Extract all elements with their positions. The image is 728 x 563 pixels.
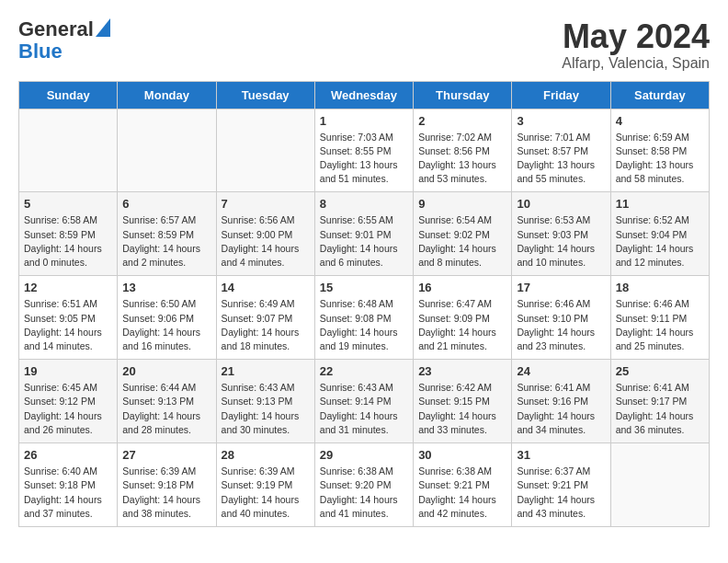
day-info: Sunrise: 6:53 AM Sunset: 9:03 PM Dayligh… [517,213,605,270]
day-info: Sunrise: 6:38 AM Sunset: 9:20 PM Dayligh… [320,465,408,521]
calendar-cell: 23Sunrise: 6:42 AM Sunset: 9:15 PM Dayli… [414,360,512,443]
day-info: Sunrise: 6:47 AM Sunset: 9:09 PM Dayligh… [418,297,506,353]
day-number: 27 [122,448,210,462]
calendar-cell: 8Sunrise: 6:55 AM Sunset: 9:01 PM Daylig… [314,192,413,276]
calendar-cell: 4Sunrise: 6:59 AM Sunset: 8:58 PM Daylig… [610,109,709,192]
day-info: Sunrise: 6:56 AM Sunset: 9:00 PM Dayligh… [222,213,310,270]
day-number: 7 [222,197,310,211]
day-info: Sunrise: 6:41 AM Sunset: 9:16 PM Dayligh… [517,381,605,437]
calendar-cell: 1Sunrise: 7:03 AM Sunset: 8:55 PM Daylig… [314,109,413,192]
logo: General Blue [18,18,110,63]
day-info: Sunrise: 6:54 AM Sunset: 9:02 PM Dayligh… [418,213,506,270]
day-number: 26 [24,448,112,462]
day-info: Sunrise: 6:55 AM Sunset: 9:01 PM Dayligh… [320,213,408,270]
day-number: 6 [122,197,210,211]
day-info: Sunrise: 6:39 AM Sunset: 9:19 PM Dayligh… [222,465,310,521]
day-info: Sunrise: 6:58 AM Sunset: 8:59 PM Dayligh… [24,213,112,270]
calendar-cell [118,109,216,192]
day-info: Sunrise: 6:45 AM Sunset: 9:12 PM Dayligh… [24,381,112,437]
calendar-cell: 31Sunrise: 6:37 AM Sunset: 9:21 PM Dayli… [512,443,610,527]
calendar-cell: 25Sunrise: 6:41 AM Sunset: 9:17 PM Dayli… [610,360,709,443]
logo-text-line1: General [18,18,94,40]
day-number: 16 [418,281,506,294]
calendar-cell: 26Sunrise: 6:40 AM Sunset: 9:18 PM Dayli… [19,443,118,527]
day-number: 14 [222,281,310,294]
calendar-cell: 27Sunrise: 6:39 AM Sunset: 9:18 PM Dayli… [118,443,216,527]
day-info: Sunrise: 6:49 AM Sunset: 9:07 PM Dayligh… [222,297,310,353]
calendar-cell: 10Sunrise: 6:53 AM Sunset: 9:03 PM Dayli… [512,192,610,276]
month-title: May 2024 [562,18,710,55]
calendar-table: SundayMondayTuesdayWednesdayThursdayFrid… [18,81,710,527]
day-number: 24 [517,364,605,378]
day-number: 10 [517,197,605,211]
day-info: Sunrise: 6:50 AM Sunset: 9:06 PM Dayligh… [122,297,210,353]
calendar-cell: 24Sunrise: 6:41 AM Sunset: 9:16 PM Dayli… [512,360,610,443]
header-day-monday: Monday [118,81,216,109]
day-number: 12 [24,281,112,294]
header-day-thursday: Thursday [414,81,512,109]
day-number: 8 [320,197,408,211]
calendar-cell [610,443,709,527]
calendar-cell: 18Sunrise: 6:46 AM Sunset: 9:11 PM Dayli… [610,276,709,360]
day-number: 28 [222,448,310,462]
day-info: Sunrise: 6:39 AM Sunset: 9:18 PM Dayligh… [122,465,210,521]
calendar-week-row: 12Sunrise: 6:51 AM Sunset: 9:05 PM Dayli… [19,276,710,360]
calendar-cell: 13Sunrise: 6:50 AM Sunset: 9:06 PM Dayli… [118,276,216,360]
day-info: Sunrise: 6:46 AM Sunset: 9:10 PM Dayligh… [517,297,605,353]
day-info: Sunrise: 6:44 AM Sunset: 9:13 PM Dayligh… [122,381,210,437]
header-day-sunday: Sunday [19,81,118,109]
day-info: Sunrise: 6:41 AM Sunset: 9:17 PM Dayligh… [616,381,704,437]
calendar-week-row: 5Sunrise: 6:58 AM Sunset: 8:59 PM Daylig… [19,192,710,276]
day-number: 25 [616,364,704,378]
calendar-cell [216,109,314,192]
day-number: 23 [418,364,506,378]
calendar-cell: 15Sunrise: 6:48 AM Sunset: 9:08 PM Dayli… [314,276,413,360]
day-number: 2 [418,114,506,128]
header-day-wednesday: Wednesday [314,81,413,109]
day-number: 3 [517,114,605,128]
day-info: Sunrise: 6:57 AM Sunset: 8:59 PM Dayligh… [122,213,210,270]
calendar-week-row: 26Sunrise: 6:40 AM Sunset: 9:18 PM Dayli… [19,443,710,527]
day-info: Sunrise: 6:48 AM Sunset: 9:08 PM Dayligh… [320,297,408,353]
calendar-cell: 6Sunrise: 6:57 AM Sunset: 8:59 PM Daylig… [118,192,216,276]
day-number: 20 [122,364,210,378]
calendar-cell: 3Sunrise: 7:01 AM Sunset: 8:57 PM Daylig… [512,109,610,192]
calendar-cell: 16Sunrise: 6:47 AM Sunset: 9:09 PM Dayli… [414,276,512,360]
calendar-cell: 9Sunrise: 6:54 AM Sunset: 9:02 PM Daylig… [414,192,512,276]
header-day-tuesday: Tuesday [216,81,314,109]
day-info: Sunrise: 7:02 AM Sunset: 8:56 PM Dayligh… [418,131,506,187]
calendar-week-row: 1Sunrise: 7:03 AM Sunset: 8:55 PM Daylig… [19,109,710,192]
calendar-cell: 11Sunrise: 6:52 AM Sunset: 9:04 PM Dayli… [610,192,709,276]
calendar-cell: 29Sunrise: 6:38 AM Sunset: 9:20 PM Dayli… [314,443,413,527]
calendar-cell: 5Sunrise: 6:58 AM Sunset: 8:59 PM Daylig… [19,192,118,276]
calendar-cell: 14Sunrise: 6:49 AM Sunset: 9:07 PM Dayli… [216,276,314,360]
day-number: 15 [320,281,408,294]
calendar-cell: 22Sunrise: 6:43 AM Sunset: 9:14 PM Dayli… [314,360,413,443]
calendar-cell: 20Sunrise: 6:44 AM Sunset: 9:13 PM Dayli… [118,360,216,443]
day-number: 31 [517,448,605,462]
calendar-cell: 19Sunrise: 6:45 AM Sunset: 9:12 PM Dayli… [19,360,118,443]
day-info: Sunrise: 6:37 AM Sunset: 9:21 PM Dayligh… [517,465,605,521]
svg-marker-0 [96,18,110,37]
day-number: 19 [24,364,112,378]
day-info: Sunrise: 6:46 AM Sunset: 9:11 PM Dayligh… [616,297,704,353]
day-info: Sunrise: 7:01 AM Sunset: 8:57 PM Dayligh… [517,131,605,187]
day-number: 9 [418,197,506,211]
calendar-cell: 17Sunrise: 6:46 AM Sunset: 9:10 PM Dayli… [512,276,610,360]
day-number: 21 [222,364,310,378]
day-info: Sunrise: 6:59 AM Sunset: 8:58 PM Dayligh… [616,131,704,187]
day-info: Sunrise: 6:51 AM Sunset: 9:05 PM Dayligh… [24,297,112,353]
location: Alfarp, Valencia, Spain [562,55,710,72]
day-number: 5 [24,197,112,211]
day-number: 18 [616,281,704,294]
calendar-cell: 2Sunrise: 7:02 AM Sunset: 8:56 PM Daylig… [414,109,512,192]
day-number: 1 [320,114,408,128]
calendar-cell: 12Sunrise: 6:51 AM Sunset: 9:05 PM Dayli… [19,276,118,360]
day-number: 30 [418,448,506,462]
day-info: Sunrise: 6:38 AM Sunset: 9:21 PM Dayligh… [418,465,506,521]
day-info: Sunrise: 6:43 AM Sunset: 9:13 PM Dayligh… [222,381,310,437]
day-info: Sunrise: 6:43 AM Sunset: 9:14 PM Dayligh… [320,381,408,437]
day-info: Sunrise: 6:42 AM Sunset: 9:15 PM Dayligh… [418,381,506,437]
calendar-cell: 21Sunrise: 6:43 AM Sunset: 9:13 PM Dayli… [216,360,314,443]
header-day-friday: Friday [512,81,610,109]
